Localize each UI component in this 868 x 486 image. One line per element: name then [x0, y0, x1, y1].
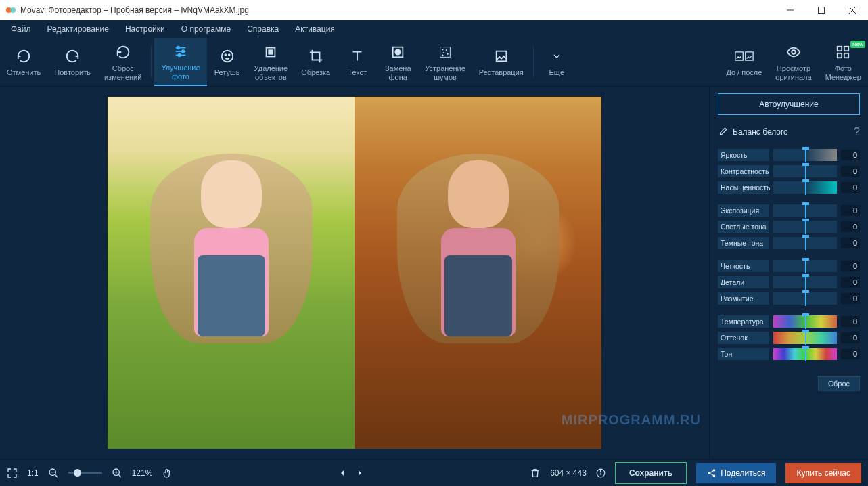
highlights-slider[interactable]: Светлые тона0	[718, 221, 860, 233]
svg-point-26	[442, 55, 443, 56]
svg-rect-33	[838, 53, 842, 58]
minimize-button[interactable]	[775, 0, 806, 20]
menu-activation[interactable]: Активация	[287, 22, 343, 37]
retouch-button[interactable]: Ретушь	[207, 38, 248, 86]
auto-enhance-button[interactable]: Автоулучшение	[718, 93, 860, 115]
next-image-button[interactable]	[356, 469, 364, 477]
buy-button[interactable]: Купить сейчас	[785, 463, 861, 483]
info-button[interactable]	[596, 468, 606, 478]
zoom-in-button[interactable]	[112, 468, 122, 479]
hand-tool-button[interactable]	[162, 468, 173, 479]
svg-rect-3	[819, 7, 825, 13]
text-icon	[348, 47, 367, 66]
saturation-slider[interactable]: Насыщенность0	[718, 181, 860, 194]
noise-icon	[436, 43, 455, 62]
prev-image-button[interactable]	[338, 469, 346, 477]
bottombar: 1:1 121% 604 × 443 Сохранить Поделиться …	[0, 459, 868, 486]
svg-line-36	[55, 474, 58, 477]
enhance-button[interactable]: Улучшение фото	[154, 38, 206, 86]
exposure-slider[interactable]: Экспозиция0	[718, 204, 860, 217]
separator	[533, 46, 534, 78]
image-after	[355, 97, 601, 449]
redo-icon	[63, 47, 82, 66]
eraser-icon	[261, 43, 280, 62]
save-button[interactable]: Сохранить	[615, 462, 687, 484]
svg-point-12	[221, 51, 233, 62]
fullscreen-button[interactable]	[7, 468, 18, 479]
svg-rect-32	[844, 47, 848, 51]
zoom-out-button[interactable]	[48, 468, 59, 479]
dimensions-label: 604 × 443	[550, 468, 587, 478]
contrast-slider[interactable]: Контрастность0	[718, 165, 860, 177]
menu-settings[interactable]: Настройки	[117, 22, 173, 37]
redo-button[interactable]: Повторить	[47, 38, 97, 86]
menu-help[interactable]: Справка	[239, 22, 287, 37]
svg-point-9	[177, 47, 180, 49]
compare-icon	[735, 47, 754, 66]
background-removal-button[interactable]: Замена фона	[378, 38, 418, 86]
new-badge: New	[850, 41, 865, 48]
undo-icon	[14, 47, 33, 66]
before-after-button[interactable]: До / после	[719, 38, 769, 86]
tint-slider[interactable]: Оттенок0	[718, 332, 860, 344]
share-icon	[707, 468, 716, 478]
delete-button[interactable]	[530, 468, 541, 479]
shadows-slider[interactable]: Темные тона0	[718, 237, 860, 249]
object-removal-button[interactable]: Удаление объектов	[248, 38, 295, 86]
text-button[interactable]: Текст	[337, 38, 378, 86]
eyedropper-icon[interactable]	[718, 127, 727, 137]
menu-edit[interactable]: Редактирование	[39, 22, 117, 37]
separator	[151, 46, 152, 78]
face-icon	[218, 47, 237, 66]
menu-file[interactable]: Файл	[3, 22, 39, 37]
share-button[interactable]: Поделиться	[696, 463, 776, 483]
details-slider[interactable]: Детали0	[718, 276, 860, 288]
reset-changes-button[interactable]: Сброс изменений	[97, 38, 148, 86]
image-before	[108, 97, 355, 449]
svg-point-14	[228, 55, 229, 56]
close-button[interactable]	[837, 0, 868, 20]
svg-point-25	[447, 53, 448, 54]
canvas[interactable]: MIRPROGRAMM.RU	[0, 87, 709, 459]
svg-line-39	[118, 474, 121, 477]
sharpness-slider[interactable]: Четкость0	[718, 260, 860, 272]
view-original-button[interactable]: Просмотр оригинала	[769, 38, 818, 86]
adjustments-sidebar: Автоулучшение Баланс белого ? Яркость0 К…	[709, 87, 868, 459]
svg-point-22	[442, 49, 443, 50]
temperature-slider[interactable]: Температура0	[718, 315, 860, 328]
undo-button[interactable]: Отменить	[0, 38, 47, 86]
actual-size-button[interactable]: 1:1	[27, 468, 39, 478]
blur-slider[interactable]: Размытие0	[718, 292, 860, 305]
photo-manager-button[interactable]: New Фото Менеджер	[819, 38, 868, 86]
denoise-button[interactable]: Устранение шумов	[418, 38, 472, 86]
hue-slider[interactable]: Тон0	[718, 348, 860, 360]
maximize-button[interactable]	[806, 0, 837, 20]
svg-rect-27	[496, 51, 506, 62]
menu-about[interactable]: О программе	[173, 22, 239, 37]
svg-rect-28	[735, 52, 743, 60]
crop-button[interactable]: Обрезка	[294, 38, 337, 86]
svg-point-11	[178, 54, 181, 57]
svg-point-1	[10, 7, 16, 13]
reset-sliders-button[interactable]: Сброс	[818, 376, 860, 391]
zoom-slider[interactable]	[68, 472, 102, 474]
image-comparison	[108, 97, 601, 449]
white-balance-label: Баланс белого	[733, 127, 848, 137]
restore-icon	[492, 47, 511, 66]
svg-rect-31	[838, 47, 842, 51]
svg-marker-42	[341, 470, 344, 476]
sliders-icon	[171, 42, 190, 61]
zoom-percentage: 121%	[132, 468, 153, 478]
help-icon[interactable]: ?	[854, 126, 860, 138]
crop-icon	[306, 47, 325, 66]
svg-rect-34	[844, 53, 848, 58]
svg-point-30	[792, 51, 796, 55]
more-button[interactable]: Ещё	[536, 38, 577, 86]
brightness-slider[interactable]: Яркость0	[718, 149, 860, 161]
svg-rect-21	[440, 47, 451, 58]
restore-button[interactable]: Реставрация	[472, 38, 530, 86]
window-title: Movavi Фоторедактор – Пробная версия – I…	[20, 5, 775, 15]
titlebar: Movavi Фоторедактор – Пробная версия – I…	[0, 0, 868, 20]
background-icon	[388, 43, 407, 62]
menubar: Файл Редактирование Настройки О программ…	[0, 20, 868, 38]
